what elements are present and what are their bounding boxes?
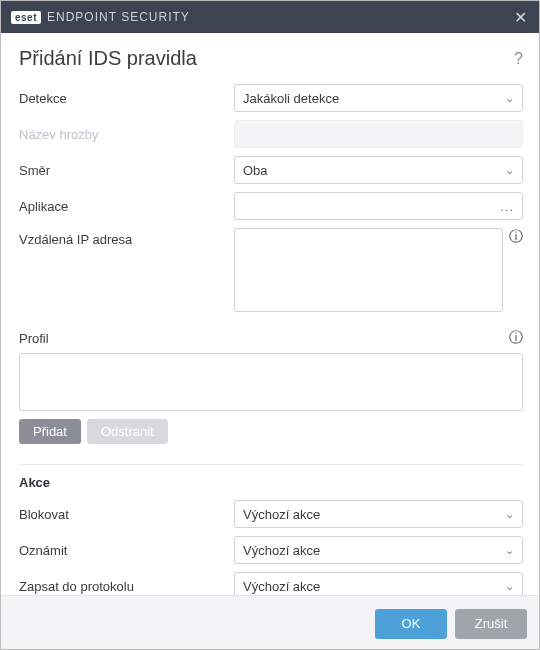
brand-text: ENDPOINT SECURITY — [47, 10, 190, 24]
info-icon[interactable]: ⓘ — [509, 329, 523, 347]
select-oznamit[interactable]: Výchozí akce ⌄ — [234, 536, 523, 564]
divider — [19, 464, 523, 465]
titlebar: eset ENDPOINT SECURITY ✕ — [1, 1, 540, 33]
label-oznamit: Oznámit — [19, 543, 234, 558]
select-zapsat-value: Výchozí akce — [243, 579, 320, 594]
label-blokovat: Blokovat — [19, 507, 234, 522]
select-smer[interactable]: Oba ⌄ — [234, 156, 523, 184]
chevron-down-icon: ⌄ — [505, 164, 514, 177]
info-icon[interactable]: ⓘ — [509, 228, 523, 246]
select-blokovat[interactable]: Výchozí akce ⌄ — [234, 500, 523, 528]
remove-button: Odstranit — [87, 419, 168, 444]
label-detekce: Detekce — [19, 91, 234, 106]
browse-icon[interactable]: ... — [500, 199, 514, 214]
chevron-down-icon: ⌄ — [505, 580, 514, 593]
input-nazev-hrozby — [234, 120, 523, 148]
label-smer: Směr — [19, 163, 234, 178]
textarea-vzdalena-ip[interactable] — [234, 228, 503, 312]
chevron-down-icon: ⌄ — [505, 508, 514, 521]
label-vzdalena-ip: Vzdálená IP adresa — [19, 228, 234, 247]
label-zapsat: Zapsat do protokolu — [19, 579, 234, 594]
close-icon[interactable]: ✕ — [510, 8, 531, 27]
dialog-content: Přidání IDS pravidla ? Detekce Jakákoli … — [1, 33, 540, 618]
select-detekce[interactable]: Jakákoli detekce ⌄ — [234, 84, 523, 112]
listbox-profil[interactable] — [19, 353, 523, 411]
page-title: Přidání IDS pravidla — [19, 47, 514, 70]
chevron-down-icon: ⌄ — [505, 544, 514, 557]
ok-button[interactable]: OK — [375, 609, 447, 639]
label-profil: Profil — [19, 331, 49, 346]
select-oznamit-value: Výchozí akce — [243, 543, 320, 558]
cancel-button[interactable]: Zrušit — [455, 609, 527, 639]
select-detekce-value: Jakákoli detekce — [243, 91, 339, 106]
help-icon[interactable]: ? — [514, 50, 523, 68]
label-nazev-hrozby: Název hrozby — [19, 127, 234, 142]
chevron-down-icon: ⌄ — [505, 92, 514, 105]
add-button[interactable]: Přidat — [19, 419, 81, 444]
select-blokovat-value: Výchozí akce — [243, 507, 320, 522]
section-akce-title: Akce — [19, 475, 523, 490]
label-aplikace: Aplikace — [19, 199, 234, 214]
brand-badge: eset — [11, 11, 41, 24]
select-smer-value: Oba — [243, 163, 268, 178]
input-aplikace[interactable]: ... — [234, 192, 523, 220]
dialog-footer: OK Zrušit — [1, 595, 540, 650]
